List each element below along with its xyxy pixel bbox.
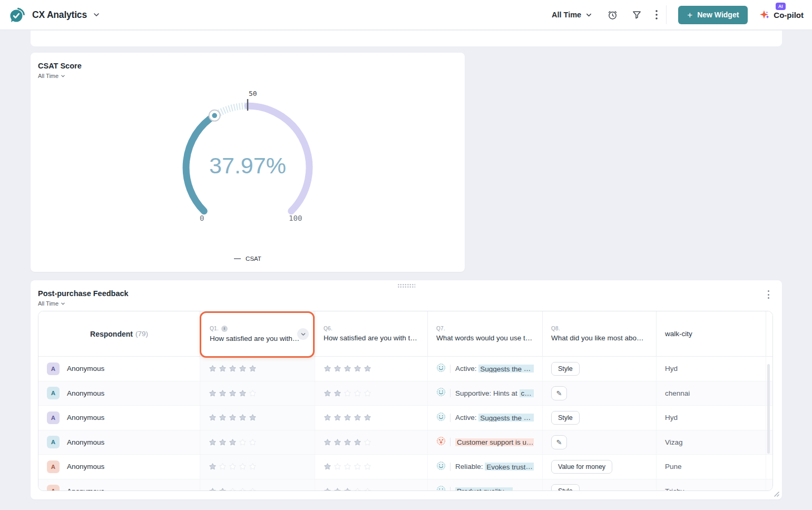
q6-star-rating — [324, 414, 371, 421]
new-widget-label: New Widget — [697, 11, 739, 19]
avatar: A — [47, 411, 60, 424]
header-divider — [666, 5, 667, 24]
table-row[interactable]: A Anonymous Active: Suggests the sho… St… — [38, 406, 772, 430]
topic-tag[interactable]: Style — [551, 484, 580, 491]
info-icon[interactable]: i — [221, 326, 228, 332]
new-widget-button[interactable]: + New Widget — [678, 6, 748, 24]
global-time-filter-label: All Time — [552, 11, 581, 19]
avatar: A — [47, 362, 60, 375]
avatar: A — [47, 436, 60, 448]
funnel-filter-icon — [632, 10, 642, 20]
city-value: chennai — [665, 389, 690, 397]
respondent-name: Anonymous — [67, 365, 104, 372]
respondent-name: Anonymous — [67, 438, 104, 446]
sentiment-icon — [436, 485, 446, 491]
column-header-respondent[interactable]: Respondent (79) — [38, 311, 200, 356]
widget-more-options-button[interactable] — [767, 289, 770, 300]
gauge-target-label: 50 — [249, 90, 257, 97]
chevron-down-icon — [585, 12, 592, 18]
topic-tag[interactable]: Style — [551, 362, 580, 376]
q1-star-rating — [209, 487, 257, 491]
table-row[interactable]: A Anonymous Product quality… Style Trich… — [38, 479, 772, 492]
app-switcher-chevron-icon[interactable] — [93, 11, 100, 18]
answer-text: Active: Suggests the sho… — [455, 414, 534, 421]
column-header-q1[interactable]: Q1.i How satisfied are you with… — [200, 311, 315, 356]
column-header-q7[interactable]: Q7. What words would you use to … — [427, 311, 542, 356]
widget-drag-handle[interactable] — [397, 283, 415, 288]
table-row[interactable]: A Anonymous Supportive: Hints at comf… ✎… — [38, 381, 772, 406]
city-value: Hyd — [665, 414, 678, 421]
legend-dash-icon — [234, 258, 241, 259]
alarm-clock-icon — [607, 9, 618, 21]
column-header-q6[interactable]: Q6. How satisfied are you with the… — [315, 311, 427, 356]
responses-table: Respondent (79) Q1.i How satisfied are y… — [38, 311, 773, 491]
table-row[interactable]: A Anonymous Active: Suggests the sho… St… — [38, 357, 772, 381]
q1-star-rating — [209, 365, 257, 372]
q6-star-rating — [324, 463, 371, 470]
app-logo-icon[interactable] — [8, 6, 26, 24]
header-scroll-gutter — [766, 311, 773, 356]
column-header-walk-city[interactable]: walk-city — [656, 311, 766, 356]
topic-tag[interactable]: Value for money — [551, 460, 612, 474]
post-purchase-feedback-widget: Post-purchase Feedback All Time Responde… — [31, 280, 782, 499]
feedback-widget-title: Post-purchase Feedback — [38, 289, 129, 298]
gauge-legend[interactable]: CSAT — [31, 256, 465, 262]
q1-column-menu-button[interactable] — [297, 328, 309, 340]
gauge-max-label: 100 — [289, 214, 302, 222]
sentiment-icon — [436, 436, 446, 448]
edit-answer-button[interactable]: ✎ — [551, 435, 567, 449]
table-header-row: Respondent (79) Q1.i How satisfied are y… — [38, 311, 772, 357]
city-value: Vizag — [665, 438, 683, 446]
dashboard-canvas: CSAT Score All Time 50 0 100 37.97% CSAT… — [0, 30, 812, 510]
filter-button[interactable] — [632, 10, 642, 20]
cell-divider — [450, 438, 451, 446]
ai-badge: AI — [776, 3, 786, 10]
sentiment-icon — [436, 363, 446, 375]
global-time-filter[interactable]: All Time — [552, 11, 592, 19]
table-body: A Anonymous Active: Suggests the sho… St… — [38, 357, 772, 491]
widget-resize-handle[interactable] — [772, 490, 779, 497]
avatar: A — [47, 387, 60, 399]
respondent-name: Anonymous — [67, 389, 104, 397]
partial-widget-above — [31, 31, 782, 46]
column-header-q8[interactable]: Q8. What did you like most about … — [542, 311, 656, 356]
answer-text: Reliable: Evokes trust and… — [455, 463, 534, 470]
city-value: Trichy — [665, 487, 684, 491]
cell-divider — [450, 463, 451, 471]
table-row[interactable]: A Anonymous Reliable: Evokes trust and… … — [38, 455, 772, 479]
feedback-widget-time-filter[interactable]: All Time — [38, 300, 65, 307]
q6-star-rating — [324, 389, 371, 397]
respondent-name: Anonymous — [67, 487, 104, 491]
city-value: Pune — [665, 463, 682, 470]
legend-label: CSAT — [246, 256, 261, 262]
answer-text: Active: Suggests the sho… — [455, 365, 534, 372]
avatar: A — [47, 485, 60, 491]
respondent-name: Anonymous — [67, 414, 104, 421]
gauge-marker-dot — [212, 113, 217, 119]
gauge-value-text: 37.97% — [209, 153, 286, 178]
cell-divider — [450, 414, 451, 422]
csat-score-widget: CSAT Score All Time 50 0 100 37.97% CSAT — [31, 53, 465, 272]
q1-star-rating — [209, 414, 257, 421]
sentiment-icon — [436, 461, 446, 473]
schedule-alarm-button[interactable] — [607, 9, 618, 21]
copilot-button[interactable]: Co-pilot — [759, 9, 804, 20]
q6-star-rating — [324, 365, 371, 372]
q6-star-rating — [324, 438, 371, 446]
answer-text: Product quality… — [455, 487, 513, 491]
q1-star-rating — [209, 389, 257, 397]
csat-gauge-chart: 50 0 100 37.97% — [31, 53, 465, 272]
plus-icon: + — [687, 11, 692, 19]
table-row[interactable]: A Anonymous Customer support is unr… ✎ V… — [38, 430, 772, 455]
answer-text: Supportive: Hints at comf… — [455, 389, 534, 397]
respondent-name: Anonymous — [67, 463, 104, 470]
sentiment-icon — [436, 412, 446, 424]
table-vertical-scrollbar[interactable] — [767, 364, 770, 454]
sentiment-icon — [436, 387, 446, 399]
answer-text: Customer support is unr… — [455, 438, 534, 446]
q1-star-rating — [209, 438, 257, 446]
header-more-options-button[interactable] — [656, 10, 658, 19]
edit-answer-button[interactable]: ✎ — [551, 386, 567, 400]
cell-divider — [450, 365, 451, 373]
topic-tag[interactable]: Style — [551, 411, 580, 425]
